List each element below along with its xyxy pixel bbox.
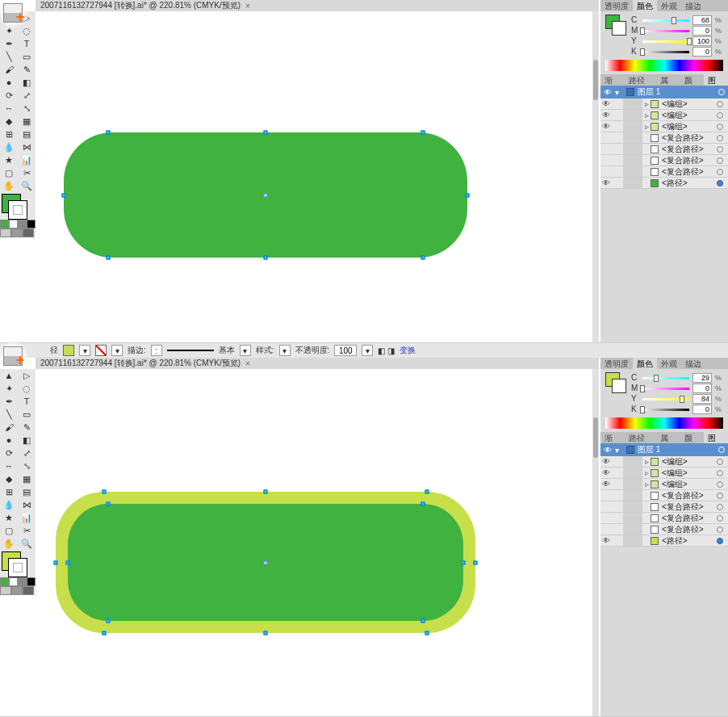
tool-rotate[interactable]: ⟳ — [0, 447, 18, 459]
panel-tab[interactable]: 渐变 — [600, 74, 625, 86]
color-channel-c[interactable]: C29% — [631, 372, 723, 383]
stroke-dropdown[interactable]: ▾ — [111, 345, 123, 356]
stroke-weight[interactable]: : — [151, 345, 162, 356]
fill-stroke-swatch[interactable] — [605, 372, 628, 395]
tool-blend[interactable]: ⋈ — [18, 140, 36, 153]
visibility-icon[interactable]: 👁 — [600, 111, 612, 120]
layer-name[interactable]: 图层 1 — [638, 444, 660, 455]
tool-shape-builder[interactable]: ◆ — [0, 472, 18, 485]
target-icon[interactable] — [717, 169, 723, 175]
tool-width[interactable]: ↔ — [0, 102, 18, 115]
brush-preview[interactable] — [167, 350, 214, 351]
sublayer-row[interactable]: <复合路径> — [600, 155, 728, 166]
tool-rectangle[interactable]: ▭ — [18, 50, 36, 63]
visibility-icon[interactable]: 👁 — [600, 457, 612, 466]
sublayer-row[interactable]: 👁<路径> — [600, 535, 728, 547]
sublayer-row[interactable]: 👁<路径> — [600, 178, 728, 189]
tool-type[interactable]: T — [18, 395, 36, 408]
tool-brush[interactable]: 🖌 — [0, 63, 18, 76]
panel-tab[interactable]: 属性 — [656, 432, 680, 443]
tool-graph[interactable]: 📊 — [18, 511, 36, 524]
sublayer-row[interactable]: <复合路径> — [600, 501, 728, 513]
tool-perspective[interactable]: ▦ — [18, 472, 36, 485]
opacity-dd[interactable]: ▾ — [362, 345, 373, 356]
tool-symbol[interactable]: ★ — [0, 511, 18, 524]
visibility-icon[interactable]: 👁 — [600, 99, 612, 108]
panel-tab[interactable]: 颜色 — [680, 74, 705, 86]
tool-artboard[interactable]: ▢ — [0, 524, 18, 537]
color-channel-c[interactable]: C68% — [631, 15, 723, 25]
close-tab-icon[interactable]: × — [245, 2, 250, 10]
tool-pen[interactable]: ✒ — [0, 37, 18, 50]
tool-line[interactable]: ╲ — [0, 408, 18, 421]
panel-tab[interactable]: 外观 — [657, 358, 681, 369]
target-icon[interactable] — [717, 112, 723, 119]
fill-stroke-swatch[interactable] — [605, 15, 628, 37]
target-icon[interactable] — [717, 459, 723, 465]
tool-mesh[interactable]: ⊞ — [0, 128, 18, 140]
panel-tab[interactable]: 路径控 — [625, 432, 656, 443]
tool-free-transform[interactable]: ⤡ — [18, 102, 36, 115]
tool-pen[interactable]: ✒ — [0, 395, 18, 408]
visibility-icon[interactable]: 👁 — [600, 480, 612, 488]
visibility-icon[interactable]: 👁 — [600, 468, 612, 477]
spectrum-bar[interactable] — [605, 60, 723, 71]
vertical-scrollbar[interactable] — [592, 369, 599, 716]
fill-stroke-indicator[interactable] — [0, 192, 36, 220]
tool-symbol[interactable]: ★ — [0, 153, 18, 166]
panel-tab[interactable]: 颜色 — [680, 432, 705, 443]
panel-tab[interactable]: 路径控 — [625, 74, 656, 86]
target-icon[interactable] — [717, 180, 723, 187]
opacity-input[interactable] — [334, 345, 357, 356]
visibility-icon[interactable]: 👁 — [600, 122, 612, 131]
sublayer-row[interactable]: 👁▹<编组> — [600, 110, 728, 121]
tool-pencil[interactable]: ✎ — [18, 63, 36, 76]
tool-scale[interactable]: ⤢ — [18, 447, 36, 459]
screen-mode-row[interactable] — [0, 229, 36, 237]
document-tab[interactable]: 2007116132727944 [转换].ai* @ 220.81% (CMY… — [40, 358, 241, 369]
panel-tab[interactable]: 属性 — [656, 74, 680, 86]
target-icon[interactable] — [717, 504, 723, 510]
tool-eraser[interactable]: ◧ — [18, 434, 36, 447]
tool-width[interactable]: ↔ — [0, 459, 18, 472]
tool-gradient[interactable]: ▤ — [18, 485, 36, 498]
tool-perspective[interactable]: ▦ — [18, 115, 36, 128]
stroke-swatch[interactable] — [95, 345, 107, 356]
sublayer-row[interactable]: <复合路径> — [600, 166, 728, 178]
color-channel-y[interactable]: Y84% — [631, 393, 723, 404]
panel-tab[interactable]: 图层 — [704, 432, 728, 443]
target-icon[interactable] — [717, 470, 723, 476]
sublayer-row[interactable]: <复合路径> — [600, 144, 728, 155]
color-channel-k[interactable]: K0% — [631, 404, 723, 414]
target-icon[interactable] — [717, 515, 723, 522]
panel-tab[interactable]: 渐变 — [600, 432, 625, 443]
canvas[interactable] — [36, 369, 599, 716]
brush-dropdown[interactable]: ▾ — [240, 345, 251, 356]
target-icon[interactable] — [717, 481, 723, 488]
spectrum-bar[interactable] — [605, 417, 723, 429]
vertical-scrollbar[interactable] — [592, 11, 599, 342]
sublayer-row[interactable]: <复合路径> — [600, 524, 728, 535]
color-channel-m[interactable]: M0% — [631, 383, 723, 393]
tool-gradient[interactable]: ▤ — [18, 128, 36, 140]
layer-header[interactable]: 👁 ▾ 图层 1 — [600, 443, 728, 456]
panel-tab[interactable]: 颜色 — [633, 358, 657, 369]
sublayer-row[interactable]: 👁▹<编组> — [600, 468, 728, 479]
tool-free-transform[interactable]: ⤡ — [18, 459, 36, 472]
tool-lasso[interactable]: ◌ — [18, 382, 36, 395]
color-channel-k[interactable]: K0% — [631, 46, 723, 57]
tool-eyedrop[interactable]: 💧 — [0, 498, 18, 511]
screen-mode-row[interactable] — [0, 586, 36, 595]
tool-shape-builder[interactable]: ◆ — [0, 115, 18, 128]
panel-tab[interactable]: 透明度 — [600, 0, 633, 11]
color-channel-m[interactable]: M0% — [631, 25, 723, 36]
sublayer-row[interactable]: 👁▹<编组> — [600, 456, 728, 468]
tool-magic-wand[interactable]: ✦ — [0, 382, 18, 395]
visibility-icon[interactable]: 👁 — [600, 536, 612, 545]
tool-slice[interactable]: ✂ — [18, 524, 36, 537]
target-icon[interactable] — [717, 538, 723, 544]
tool-zoom[interactable]: 🔍 — [18, 537, 36, 550]
panel-tab[interactable]: 描边 — [681, 0, 705, 11]
tool-brush[interactable]: 🖌 — [0, 421, 18, 434]
tool-rotate[interactable]: ⟳ — [0, 89, 18, 102]
